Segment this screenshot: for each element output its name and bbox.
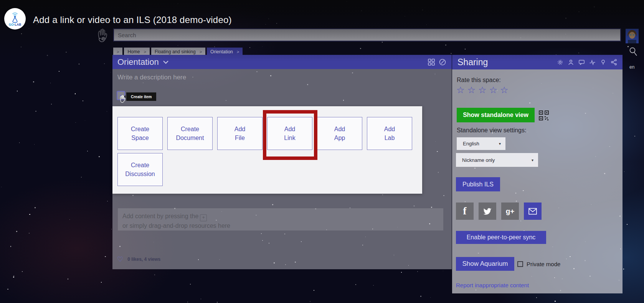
star-icon[interactable]: ☆ (489, 85, 498, 96)
video-title: Add a link or video to an ILS (2018 demo… (33, 15, 232, 25)
share-icon[interactable] (610, 58, 618, 66)
show-standalone-view-button[interactable]: Show standalone view (457, 108, 535, 122)
gear-icon[interactable] (556, 59, 564, 66)
social-share-row: f g+ (456, 203, 542, 220)
show-aquarium-button[interactable]: Show Aquarium (456, 257, 514, 271)
email-share-button[interactable] (524, 203, 542, 220)
report-content-link[interactable]: Report inappropriate content (456, 282, 529, 288)
twitter-icon (482, 206, 492, 216)
space-header: Orientation (112, 55, 452, 69)
sharing-panel: Sharing (452, 55, 623, 293)
chevron-down-icon[interactable] (163, 60, 169, 64)
breadcrumb-floating-and-sinking[interactable]: Floating and sinking > (151, 48, 205, 56)
star-icon[interactable]: ☆ (467, 85, 476, 96)
breadcrumb-label: Home (127, 49, 140, 54)
star-icon[interactable]: ☆ (456, 85, 465, 96)
language-select[interactable]: English ▾ (457, 137, 505, 150)
video-title-bar: GO-LAB Add a link or video to an ILS (20… (0, 0, 644, 42)
drop-hint-line2: or simply drag-and-drop resources here (122, 221, 439, 231)
timer-icon[interactable] (439, 58, 446, 66)
breadcrumb-root[interactable]: > (113, 48, 122, 56)
envelope-icon (527, 206, 538, 217)
breadcrumb-home[interactable]: Home > (124, 48, 149, 56)
chevron-right-icon: > (237, 49, 239, 54)
create-document-button[interactable]: Create Document (167, 117, 213, 150)
lightbulb-icon[interactable] (599, 59, 607, 66)
create-discussion-button[interactable]: Create Discussion (117, 153, 163, 186)
user-icon[interactable] (567, 59, 575, 66)
standalone-settings-label: Standalone view settings: (457, 127, 526, 134)
language-select-value: English (463, 141, 479, 147)
breadcrumb-label: Orientation (210, 49, 233, 54)
language-switcher[interactable]: en (629, 64, 634, 70)
pulse-icon[interactable] (589, 59, 596, 66)
nickname-select-value: Nickname only (462, 157, 495, 163)
add-app-button[interactable]: Add App (317, 117, 362, 150)
private-mode-label: Private mode (527, 261, 560, 267)
page-title: Orientation (117, 57, 159, 67)
add-lab-button[interactable]: Add Lab (367, 117, 412, 150)
svg-text:GO-LAB: GO-LAB (9, 23, 21, 26)
facebook-icon: f (463, 205, 467, 217)
sharing-header: Sharing (452, 55, 623, 69)
plus-box-icon: + (200, 214, 207, 221)
private-mode-checkbox[interactable] (517, 261, 523, 267)
grid-view-icon[interactable] (428, 58, 435, 66)
breadcrumb-label: Floating and sinking (155, 49, 196, 54)
breadcrumb: > Home > Floating and sinking > Orientat… (113, 48, 243, 56)
facebook-share-button[interactable]: f (456, 203, 474, 220)
create-space-button[interactable]: Create Space (117, 117, 163, 150)
chevron-right-icon: > (144, 49, 146, 54)
likes-views-text: 0 likes, 4 views (127, 257, 160, 262)
star-icon[interactable]: ☆ (500, 85, 509, 96)
drop-zone[interactable]: Add content by pressing the+ or simply d… (118, 208, 443, 231)
chevron-right-icon: > (200, 49, 202, 54)
peer-sync-button[interactable]: Enable peer-to-peer sync (456, 231, 546, 244)
comment-icon[interactable] (578, 59, 585, 66)
drop-hint-line1: Add content by pressing the (122, 213, 198, 219)
caret-down-icon: ▾ (499, 142, 501, 146)
publish-ils-button[interactable]: Publish ILS (456, 177, 500, 191)
golab-channel-logo[interactable]: GO-LAB (4, 8, 26, 30)
heart-icon[interactable]: ♡ (117, 255, 123, 263)
googleplus-share-button[interactable]: g+ (501, 203, 519, 220)
add-file-button[interactable]: Add File (217, 117, 263, 150)
star-rating[interactable]: ☆ ☆ ☆ ☆ ☆ (456, 85, 509, 96)
star-icon[interactable]: ☆ (478, 85, 487, 96)
googleplus-icon: g+ (506, 207, 515, 216)
breadcrumb-orientation[interactable]: Orientation > (207, 48, 243, 56)
create-item-tooltip: Create item (126, 92, 156, 101)
caret-down-icon: ▾ (532, 158, 533, 162)
space-stats: ♡ 0 likes, 4 views (117, 255, 160, 263)
chevron-right-icon: > (117, 49, 119, 54)
qr-code-icon[interactable] (538, 110, 549, 121)
add-link-button[interactable]: Add Link (267, 117, 312, 150)
twitter-share-button[interactable] (479, 203, 496, 220)
nickname-select[interactable]: Nickname only ▾ (456, 153, 538, 167)
search-icon[interactable] (629, 47, 638, 57)
rate-label: Rate this space: (457, 77, 501, 84)
description-placeholder[interactable]: Write a description here (117, 74, 186, 81)
sharing-title: Sharing (457, 57, 488, 68)
